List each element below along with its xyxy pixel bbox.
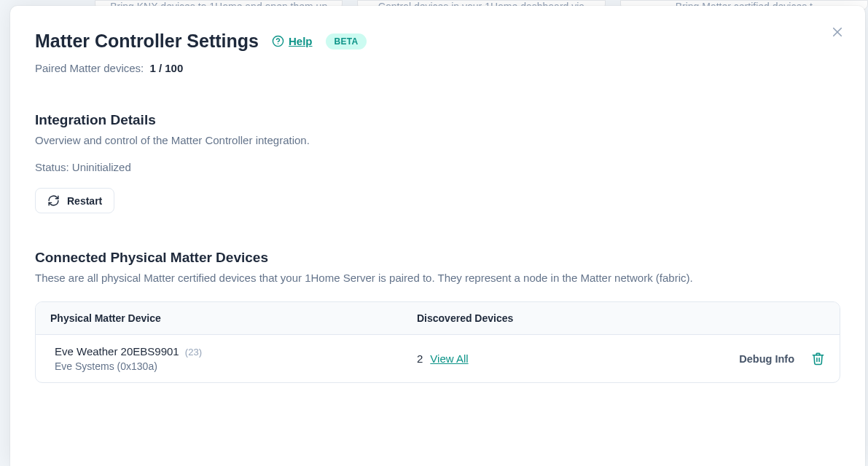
- settings-modal: Matter Controller Settings Help BETA Pai…: [10, 6, 865, 466]
- restart-button[interactable]: Restart: [35, 188, 114, 213]
- restart-label: Restart: [67, 195, 102, 207]
- help-link[interactable]: Help: [272, 35, 313, 47]
- table-header: Physical Matter Device Discovered Device…: [36, 302, 840, 335]
- trash-icon: [811, 352, 825, 366]
- paired-label: Paired Matter devices:: [35, 62, 144, 74]
- devices-heading: Connected Physical Matter Devices: [35, 250, 840, 266]
- devices-table: Physical Matter Device Discovered Device…: [35, 301, 840, 383]
- col-header-discovered: Discovered Devices: [417, 312, 665, 324]
- background-cards: Bring KNX devices to 1Home and open them…: [0, 0, 868, 6]
- debug-info-link[interactable]: Debug Info: [739, 353, 794, 365]
- table-row: Eve Weather 20EBS9901 (23) Eve Systems (…: [36, 335, 840, 382]
- refresh-icon: [47, 194, 60, 207]
- devices-desc: These are all physical Matter certified …: [35, 272, 840, 284]
- status-prefix: Status:: [35, 161, 72, 173]
- integration-desc: Overview and control of the Matter Contr…: [35, 134, 840, 146]
- paired-sep: /: [156, 62, 165, 74]
- integration-status: Status: Uninitialized: [35, 161, 840, 173]
- device-name: Eve Weather 20EBS9901: [55, 345, 179, 358]
- device-manufacturer: Eve Systems (0x130a): [55, 360, 417, 372]
- paired-max: 100: [165, 62, 183, 74]
- discovered-count: 2: [417, 352, 423, 365]
- col-header-device: Physical Matter Device: [50, 312, 417, 324]
- close-button[interactable]: [826, 20, 849, 44]
- beta-badge: BETA: [326, 33, 367, 50]
- status-value: Uninitialized: [72, 161, 131, 173]
- view-all-link[interactable]: View All: [430, 352, 468, 365]
- help-label: Help: [289, 35, 313, 47]
- delete-device-button[interactable]: [810, 352, 825, 366]
- help-circle-icon: [272, 35, 284, 47]
- integration-heading: Integration Details: [35, 112, 840, 128]
- paired-current: 1: [149, 62, 155, 74]
- page-title: Matter Controller Settings: [35, 31, 259, 52]
- paired-devices-summary: Paired Matter devices: 1 / 100: [35, 62, 840, 74]
- close-icon: [831, 25, 844, 39]
- device-sub-id: (23): [185, 347, 202, 358]
